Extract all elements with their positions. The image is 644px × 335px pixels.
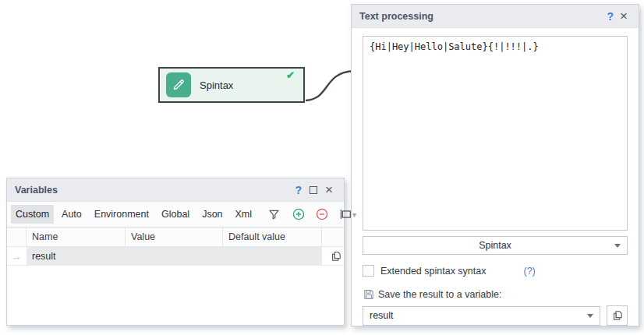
column-header-value[interactable]: Value [126, 227, 223, 246]
text-processing-body: {Hi|Hey|Hello|Salute}{!|!!!|.} Spintax E… [352, 28, 639, 333]
extended-syntax-row: Extended spintax syntax (?) [363, 264, 628, 277]
extended-syntax-checkbox[interactable] [363, 265, 374, 277]
more-options-icon[interactable]: ▾ [352, 210, 356, 219]
row-selector-gutter: → [7, 247, 27, 265]
column-header-name[interactable]: Name [27, 227, 126, 246]
text-processing-dialog: Text processing ? × {Hi|Hey|Hello|Salute… [351, 4, 639, 326]
variables-titlebar[interactable]: Variables ? × [7, 178, 344, 202]
variables-toolbar: Custom Auto Environment Global Json Xml [7, 202, 344, 227]
node-connector-line [303, 65, 356, 106]
tab-xml[interactable]: Xml [231, 205, 257, 224]
save-result-row: Save the result to a variable: [363, 287, 628, 301]
mode-dropdown[interactable]: Spintax [363, 236, 628, 255]
chevron-down-icon [614, 244, 621, 248]
text-processing-titlebar[interactable]: Text processing ? × [352, 5, 639, 28]
column-header-default[interactable]: Default value [223, 227, 322, 246]
floppy-save-icon [363, 288, 375, 301]
maximize-icon[interactable] [310, 186, 317, 194]
tab-global[interactable]: Global [157, 205, 194, 224]
table-row[interactable]: → result [7, 247, 344, 266]
tab-auto[interactable]: Auto [57, 205, 87, 224]
tab-json[interactable]: Json [197, 205, 227, 224]
variable-value-cell[interactable] [126, 247, 223, 265]
copy-variable-button[interactable] [607, 305, 628, 326]
close-icon[interactable]: × [322, 185, 336, 196]
panel-title: Variables [15, 185, 58, 196]
close-icon[interactable]: × [617, 11, 631, 22]
remove-variable-icon[interactable] [315, 206, 329, 222]
gutter-header [7, 227, 27, 246]
mode-dropdown-value: Spintax [479, 240, 511, 251]
help-icon[interactable]: ? [292, 184, 306, 196]
flow-canvas[interactable]: Spintax ✔ Text processing ? × {Hi|Hey|He… [0, 0, 644, 335]
variable-dropdown[interactable] [363, 306, 600, 326]
help-icon[interactable]: ? [604, 10, 617, 23]
copy-row-button[interactable] [322, 247, 344, 265]
variable-dropdown-input[interactable] [363, 307, 600, 325]
variable-name-cell[interactable]: result [27, 247, 126, 265]
success-check-icon: ✔ [286, 69, 295, 81]
current-row-arrow-icon: → [12, 251, 22, 262]
spintax-node[interactable]: Spintax ✔ [158, 67, 305, 103]
tab-custom[interactable]: Custom [11, 205, 54, 224]
dialog-title: Text processing [359, 11, 433, 22]
variables-panel: Variables ? × Custom Auto Environment Gl… [6, 178, 345, 326]
variable-select-row [363, 305, 628, 326]
extended-syntax-help-link[interactable]: (?) [524, 266, 536, 277]
chevron-down-icon [587, 314, 593, 318]
variables-table-header: Name Value Default value [7, 227, 344, 247]
spintax-text-input[interactable]: {Hi|Hey|Hello|Salute}{!|!!!|.} [363, 36, 628, 231]
variable-default-cell[interactable] [223, 247, 322, 265]
filter-icon[interactable] [267, 206, 281, 222]
tab-environment[interactable]: Environment [90, 205, 154, 224]
add-variable-icon[interactable] [292, 206, 306, 222]
save-result-label: Save the result to a variable: [378, 289, 501, 300]
columns-icon[interactable] [338, 206, 352, 222]
column-header-actions [322, 227, 344, 246]
pencil-icon [166, 72, 191, 97]
extended-syntax-label: Extended spintax syntax [380, 266, 487, 277]
node-label: Spintax [200, 79, 233, 91]
